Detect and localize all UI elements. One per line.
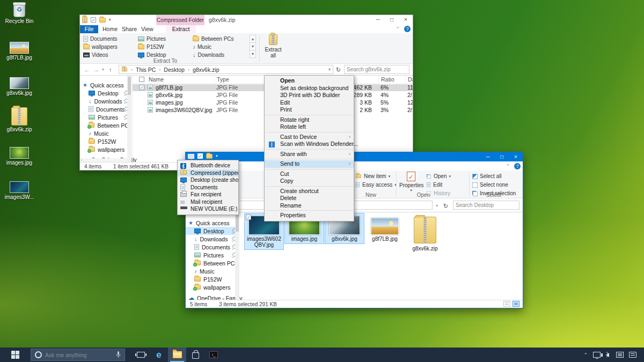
gallery-item-music[interactable]: ♪Music — [193, 43, 211, 50]
sidebar-item-between-pcs[interactable]: Between PCs — [186, 259, 239, 267]
desktop-icon-g8xv6k-jpg[interactable]: g8xv6k.jpg — [1, 77, 38, 96]
tile-g8xv6k-zip[interactable]: g8xv6k.zip — [406, 213, 444, 253]
tab-view[interactable]: View — [141, 25, 153, 33]
computer-icon[interactable] — [188, 154, 194, 159]
send-to-mail[interactable]: ✉Mail recipient — [178, 198, 238, 206]
tile-checkbox[interactable]: ✓ — [246, 215, 251, 220]
menu-item-cut[interactable]: Cut — [265, 171, 354, 178]
select-all-checkbox[interactable] — [139, 77, 144, 82]
tab-extract[interactable]: Extract — [166, 25, 196, 33]
gallery-item-p152w[interactable]: P152W — [138, 43, 164, 50]
send-to-documents[interactable]: Documents — [178, 184, 238, 191]
gallery-item-wallpapers[interactable]: wallpapers — [83, 43, 118, 50]
help-icon[interactable]: ? — [514, 163, 521, 169]
cortana-search-input[interactable] — [45, 352, 113, 358]
sidebar-item-music[interactable]: ♪Music — [80, 129, 131, 137]
details-view-button[interactable] — [503, 301, 510, 307]
qat-customize-chevron-icon[interactable]: ▾ — [216, 154, 218, 158]
menu-item-cast[interactable]: Cast to Device› — [265, 134, 354, 141]
sidebar-item-onedrive[interactable]: ☁OneDrive - Family▾ — [186, 294, 239, 300]
edit-button[interactable]: Edit — [426, 182, 442, 188]
start-button[interactable] — [0, 348, 31, 362]
row-checkbox[interactable]: ✓ — [139, 85, 144, 90]
properties-qat-icon[interactable]: ✓ — [197, 153, 203, 159]
gallery-item-desktop[interactable]: Desktop — [138, 51, 166, 58]
breadcrumb-desktop[interactable]: Desktop — [164, 67, 185, 73]
up-icon[interactable]: ↑ — [109, 64, 112, 76]
folder-qat-icon[interactable] — [99, 18, 106, 23]
menu-item-print[interactable]: Print — [265, 106, 354, 114]
address-dropdown-chevron-icon[interactable]: ▾ — [436, 200, 438, 212]
gallery-more-icon[interactable]: ▼ — [250, 50, 256, 58]
desktop-icon-images3w[interactable]: images3W... — [1, 181, 38, 200]
ribbon-collapse-icon[interactable]: ⌃ — [396, 26, 400, 32]
sidebar-item-pictures[interactable]: Pictures — [80, 113, 131, 121]
menu-item-rotate-right[interactable]: Rotate right — [265, 116, 354, 124]
sidebar-item-pictures[interactable]: Pictures — [186, 251, 239, 259]
send-to-fax[interactable]: Fax recipient — [178, 191, 238, 198]
forward-icon[interactable]: → — [93, 64, 99, 76]
sidebar-item-downloads[interactable]: ↓Downloads — [186, 235, 239, 243]
cortana-search-box[interactable] — [31, 349, 125, 361]
new-item-button[interactable]: New item▾ — [355, 173, 390, 179]
maximize-button[interactable]: □ — [385, 15, 399, 25]
send-to-compressed-folder[interactable]: Compressed (zipped) folder — [178, 169, 238, 177]
desktop-icon-g8f7lb[interactable]: g8f7LB.jpg — [1, 42, 38, 61]
menu-item-delete[interactable]: Delete — [265, 195, 354, 202]
window2-search-box[interactable] — [453, 201, 519, 210]
sidebar-item-quick-access[interactable]: ★Quick access — [80, 81, 131, 89]
breadcrumb-zip[interactable]: g8xv6k.zip — [193, 67, 219, 73]
volume-icon[interactable] — [606, 353, 609, 357]
tab-home[interactable]: Home — [103, 25, 118, 33]
folder-qat-icon[interactable] — [206, 154, 213, 159]
sidebar-scrollbar[interactable] — [127, 76, 131, 162]
sidebar-item-music[interactable]: ♪Music — [186, 267, 239, 275]
gallery-item-between-pcs[interactable]: Between PCs — [193, 35, 234, 42]
sidebar-item-desktop[interactable]: Desktop — [186, 227, 239, 235]
menu-item-rotate-left[interactable]: Rotate left — [265, 123, 354, 131]
select-all-button[interactable]: Select all — [472, 173, 502, 179]
menu-item-send-to[interactable]: Send to› — [265, 160, 354, 168]
gallery-scroll-down-icon[interactable]: ▼ — [250, 42, 256, 50]
column-type[interactable]: Type — [214, 76, 229, 84]
sidebar-item-downloads[interactable]: ↓Downloads — [80, 97, 131, 105]
store-button[interactable] — [186, 348, 204, 362]
close-button[interactable]: × — [509, 152, 523, 161]
column-ratio[interactable]: Ratio — [378, 76, 394, 84]
address-dropdown-chevron-icon[interactable]: ▾ — [328, 67, 331, 72]
menu-item-set-background[interactable]: Set as desktop background — [265, 85, 354, 92]
column-name[interactable]: Name — [147, 76, 164, 84]
send-to-bluetooth[interactable]: Bluetooth device — [178, 162, 238, 169]
minimize-button[interactable]: ─ — [371, 15, 385, 25]
sidebar-item-quick-access[interactable]: ★Quick access — [186, 219, 239, 227]
open-button[interactable]: Open▾ — [426, 173, 451, 179]
command-prompt-button[interactable]: ›_ — [204, 348, 223, 362]
sidebar-item-documents[interactable]: Documents — [186, 243, 239, 251]
window1-titlebar[interactable]: ✓ ▾ Compressed Folder Tools g8xv6k.zip ─… — [80, 15, 413, 25]
back-icon[interactable]: ← — [84, 64, 90, 76]
qat-customize-chevron-icon[interactable]: ▾ — [109, 18, 111, 22]
column-date[interactable]: Date — [405, 76, 413, 84]
menu-item-edit[interactable]: Edit — [265, 99, 354, 107]
gallery-item-documents[interactable]: Documents — [83, 35, 118, 42]
gallery-item-downloads[interactable]: ↓Downloads — [193, 51, 224, 58]
sidebar-scrollbar[interactable] — [235, 212, 239, 300]
properties-button[interactable]: Properties ▾ — [399, 172, 423, 193]
close-button[interactable]: × — [399, 15, 413, 25]
sidebar-item-p152w[interactable]: P152W — [186, 275, 239, 283]
help-icon[interactable]: ? — [404, 26, 411, 32]
extract-all-button[interactable]: Extract all — [262, 34, 284, 62]
sidebar-horizontal-scrollbar[interactable]: ‹ — [80, 158, 131, 162]
menu-item-properties[interactable]: Properties — [265, 212, 354, 219]
menu-item-rename[interactable]: Rename — [265, 202, 354, 210]
menu-item-open[interactable]: Open — [265, 77, 354, 85]
desktop-icon-images-jpg[interactable]: images.jpg — [1, 147, 38, 166]
large-icons-view-button[interactable] — [513, 301, 519, 307]
sidebar-item-wallpapers[interactable]: wallpapers — [80, 145, 131, 153]
gallery-item-pictures[interactable]: Pictures — [138, 35, 166, 42]
send-to-new-volume[interactable]: NEW VOLUME (E:) — [178, 205, 238, 213]
breadcrumb[interactable]: › This PC › Desktop › g8xv6k.zip ▾ — [119, 65, 333, 74]
easy-access-button[interactable]: Easy access▾ — [355, 182, 397, 188]
tab-share[interactable]: Share — [122, 25, 137, 33]
tile-g8f7lb[interactable]: g8f7LB.jpg — [365, 213, 404, 243]
